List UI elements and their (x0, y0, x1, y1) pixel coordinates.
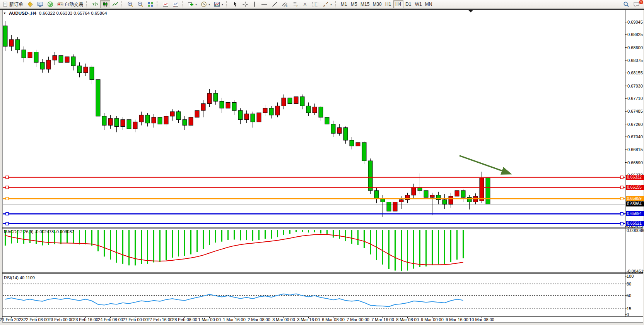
macd-histogram-bar (246, 230, 247, 240)
line-drag-handle[interactable] (620, 176, 623, 179)
macd-histogram-bar (73, 230, 74, 244)
macd-histogram-bar (17, 230, 18, 243)
window-top-border-dark (0, 9, 644, 10)
macd-histogram-bar (432, 230, 433, 265)
candle (362, 141, 366, 164)
chart-symbol-title: AUDUSD-,H4 (9, 11, 36, 15)
macd-histogram-bar (289, 230, 290, 234)
macd-histogram-bar (85, 230, 86, 244)
macd-histogram-bar (333, 230, 334, 237)
line-drag-handle[interactable] (6, 176, 9, 179)
window-top-border (0, 9, 644, 9)
macd-histogram-bar (79, 230, 80, 244)
macd-histogram-bar (234, 230, 235, 240)
candle (3, 21, 7, 51)
macd-histogram-bar (283, 230, 284, 235)
macd-histogram-bar (153, 230, 154, 263)
line-drag-handle[interactable] (6, 212, 9, 215)
macd-histogram-bar (54, 230, 55, 244)
macd-histogram-bar (413, 230, 414, 269)
macd-histogram-bar (122, 230, 123, 264)
line-drag-handle[interactable] (6, 186, 9, 189)
macd-histogram-bar (42, 230, 43, 246)
macd-histogram-bar (456, 230, 458, 260)
macd-histogram-bar (438, 230, 439, 264)
macd-histogram-bar (425, 230, 427, 267)
macd-histogram-bar (382, 230, 383, 265)
macd-histogram-bar (463, 230, 464, 258)
line-drag-handle[interactable] (620, 197, 623, 200)
macd-histogram-bar (265, 230, 266, 239)
macd-histogram-bar (227, 230, 229, 240)
macd-histogram-bar (60, 230, 61, 244)
chart-title-bar: ▼ AUDUSD-,H4 0.66322 0.66333 0.65764 0.6… (3, 11, 107, 15)
macd-histogram-bar (450, 230, 451, 262)
chart-canvas (0, 0, 644, 325)
macd-histogram-bar (116, 230, 117, 263)
macd-histogram-bar (215, 230, 216, 242)
line-drag-handle[interactable] (620, 222, 623, 225)
macd-histogram-bar (370, 230, 371, 254)
macd-histogram-bar (209, 230, 210, 245)
line-drag-handle[interactable] (620, 186, 623, 189)
macd-histogram-bar (221, 230, 222, 242)
macd-histogram-bar (135, 230, 136, 265)
chart-collapse-arrow-icon[interactable]: ▼ (3, 12, 6, 15)
macd-histogram-bar (48, 230, 49, 245)
chart-background (2, 10, 643, 322)
macd-histogram-bar (172, 230, 173, 258)
macd-histogram-bar (314, 230, 315, 232)
candle (96, 77, 100, 120)
mt4-terminal: { "toolbar": { "new_order": "新订单", "auto… (0, 0, 644, 325)
macd-histogram-bar (357, 230, 359, 245)
macd-histogram-bar (252, 230, 253, 241)
macd-histogram-bar (345, 230, 346, 241)
macd-histogram-bar (29, 230, 31, 243)
macd-histogram-bar (97, 230, 99, 251)
macd-histogram-bar (128, 230, 130, 265)
macd-histogram-bar (36, 230, 37, 244)
macd-histogram-bar (104, 230, 105, 256)
macd-histogram-bar (401, 230, 402, 271)
macd-histogram-bar (184, 230, 185, 256)
macd-histogram-bar (339, 230, 340, 239)
macd-histogram-bar (271, 230, 272, 239)
macd-histogram-bar (308, 230, 309, 232)
macd-histogram-bar (277, 230, 278, 237)
macd-histogram-bar (203, 230, 204, 249)
macd-histogram-bar (5, 230, 6, 246)
candle (368, 158, 372, 194)
macd-histogram-bar (302, 230, 303, 232)
macd-histogram-bar (407, 230, 408, 271)
macd-histogram-bar (364, 230, 365, 248)
macd-histogram-bar (147, 230, 148, 264)
macd-histogram-bar (166, 230, 167, 260)
macd-histogram-bar (419, 230, 420, 267)
chart-ohlc-values: 0.66322 0.66333 0.65764 0.65864 (39, 11, 107, 15)
macd-histogram-bar (67, 230, 68, 243)
macd-histogram-bar (196, 230, 198, 252)
macd-histogram-bar (23, 230, 24, 244)
macd-histogram-bar (258, 230, 260, 240)
macd-histogram-bar (296, 230, 297, 232)
macd-histogram-bar (178, 230, 179, 256)
macd-histogram-bar (110, 230, 111, 260)
macd-histogram-bar (320, 230, 321, 234)
line-drag-handle[interactable] (620, 212, 623, 215)
macd-histogram-bar (91, 230, 92, 246)
macd-histogram-bar (190, 230, 191, 254)
macd-histogram-bar (395, 230, 396, 271)
macd-histogram-bar (351, 230, 352, 244)
line-drag-handle[interactable] (6, 222, 9, 225)
macd-histogram-bar (141, 230, 142, 264)
macd-histogram-bar (376, 230, 377, 260)
line-drag-handle[interactable] (6, 197, 9, 200)
macd-histogram-bar (388, 230, 389, 269)
macd-histogram-bar (159, 230, 161, 262)
macd-histogram-bar (240, 230, 241, 241)
macd-histogram-bar (444, 230, 445, 264)
